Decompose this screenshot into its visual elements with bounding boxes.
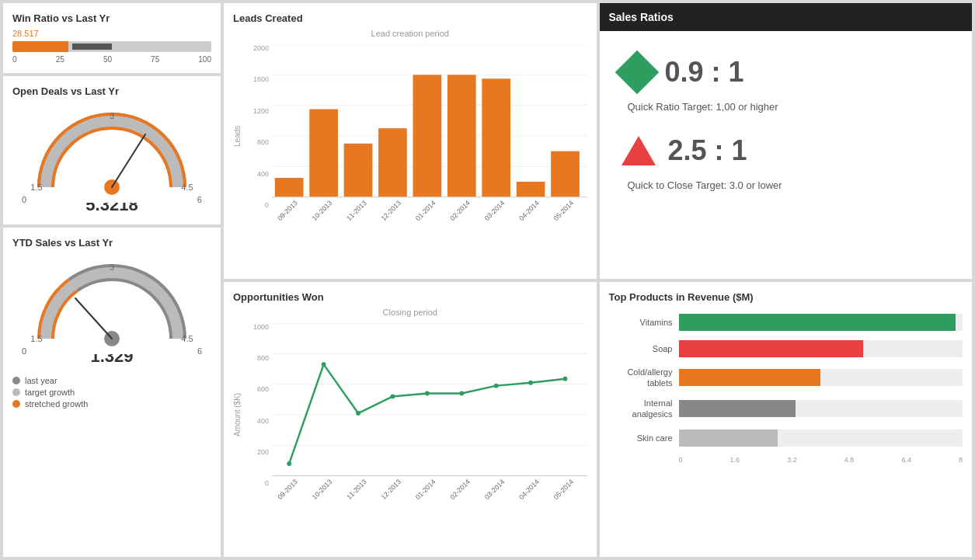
ytd-sales-title: YTD Sales vs Last Yr <box>12 237 211 249</box>
opportunities-won-panel: Opportunities Won Closing period Amount … <box>224 282 597 558</box>
product-bar-soap <box>679 340 963 357</box>
legend-dot-last-year <box>12 377 20 384</box>
svg-text:05-2014: 05-2014 <box>552 478 576 501</box>
product-bar-skincare <box>679 430 963 447</box>
svg-text:05-2014: 05-2014 <box>552 199 576 222</box>
svg-text:04-2014: 04-2014 <box>517 478 541 501</box>
legend-item-last-year: last year <box>12 376 211 385</box>
open-deals-max: 6 <box>197 195 202 215</box>
opps-title: Opportunities Won <box>233 291 587 303</box>
ytd-max: 6 <box>197 346 202 367</box>
quick-ratio-section: 0.9 : 1 <box>622 56 951 89</box>
svg-text:04-2014: 04-2014 <box>517 199 541 222</box>
opps-chart-svg: 09-2013 10-2013 11-2013 12-2013 01-2014 … <box>272 323 587 506</box>
product-label-vitamins: Vitamins <box>609 318 679 327</box>
close-ratio-label: Quick to Close Target: 3.0 or lower <box>628 179 951 191</box>
leads-y-label: Leads <box>233 44 247 228</box>
svg-text:4.5: 4.5 <box>181 334 193 343</box>
win-ratio-title: Win Ratio vs Last Yr <box>12 12 211 24</box>
product-label-analgesics: Internalanalgesics <box>609 398 679 420</box>
svg-text:11-2013: 11-2013 <box>345 478 368 501</box>
win-ratio-panel: Win Ratio vs Last Yr 28.517 0 25 50 75 1… <box>3 3 221 73</box>
svg-point-50 <box>528 380 533 384</box>
product-label-skincare: Skin care <box>609 433 679 443</box>
win-ratio-bar-labels: 0 25 50 75 100 <box>12 55 211 64</box>
svg-text:3: 3 <box>110 111 114 120</box>
quick-ratio-value: 0.9 : 1 <box>665 56 744 89</box>
close-ratio-value: 2.5 : 1 <box>668 134 747 167</box>
svg-rect-23 <box>447 75 476 197</box>
svg-text:02-2014: 02-2014 <box>448 199 472 222</box>
win-ratio-value: 28.517 <box>12 29 211 38</box>
opps-subtitle: Closing period <box>233 308 587 317</box>
legend-label-stretched: stretched growth <box>25 399 88 409</box>
svg-point-51 <box>563 376 568 381</box>
svg-text:10-2013: 10-2013 <box>311 199 334 222</box>
svg-rect-24 <box>482 78 510 197</box>
svg-point-48 <box>459 391 464 395</box>
product-label-soap: Soap <box>609 344 679 353</box>
dashboard: Win Ratio vs Last Yr 28.517 0 25 50 75 1… <box>0 0 975 560</box>
legend-label-last-year: last year <box>25 376 57 385</box>
sales-ratios-panel: Sales Ratios 0.9 : 1 Quick Ratio Target:… <box>600 3 973 279</box>
leads-created-panel: Leads Created Lead creation period Leads… <box>224 3 597 279</box>
win-ratio-bar <box>12 41 211 52</box>
opps-y-label: Amount ($K) <box>233 323 247 506</box>
leads-title: Leads Created <box>233 12 587 24</box>
svg-text:03-2014: 03-2014 <box>483 199 507 222</box>
svg-text:10-2013: 10-2013 <box>311 478 334 501</box>
legend-dot-target <box>12 388 20 396</box>
products-title: Top Products in Revenue ($M) <box>609 291 963 303</box>
svg-rect-19 <box>309 110 338 197</box>
svg-point-44 <box>322 362 326 367</box>
open-deals-gauge: 3 1.5 4.5 <box>30 102 193 203</box>
leads-y-ticks: 2000 1600 1200 800 400 0 <box>247 44 272 228</box>
svg-rect-25 <box>517 182 545 197</box>
left-column: Win Ratio vs Last Yr 28.517 0 25 50 75 1… <box>3 3 221 557</box>
svg-rect-26 <box>551 151 580 197</box>
ytd-min: 0 <box>22 346 26 367</box>
product-row-cold: Cold/allergytablets <box>609 367 963 389</box>
leads-chart-svg: 09-2013 10-2013 11-2013 12-2013 01-2014 … <box>272 44 587 228</box>
svg-text:09-2013: 09-2013 <box>276 478 299 501</box>
svg-text:4.5: 4.5 <box>181 183 193 192</box>
products-x-labels: 0 1.6 3.2 4.8 6.4 8 <box>609 456 963 464</box>
svg-point-45 <box>356 411 360 416</box>
product-row-skincare: Skin care <box>609 430 963 447</box>
legend-label-target: target growth <box>25 388 75 397</box>
open-deals-min: 0 <box>22 195 26 215</box>
svg-rect-21 <box>378 128 407 197</box>
ytd-sales-panel: YTD Sales vs Last Yr 3 <box>3 228 221 557</box>
legend-dot-stretched <box>12 400 20 408</box>
diamond-icon <box>622 57 653 88</box>
quick-ratio-label: Quick Ratio Target: 1,00 or higher <box>628 101 951 113</box>
svg-text:01-2014: 01-2014 <box>414 199 437 222</box>
products-chart: Vitamins Soap Cold/allergytablets <box>609 308 963 470</box>
opps-y-ticks: 1000 800 600 400 200 0 <box>247 323 272 506</box>
svg-point-47 <box>425 391 430 395</box>
svg-text:09-2013: 09-2013 <box>276 199 299 222</box>
svg-point-43 <box>287 461 291 465</box>
triangle-icon <box>622 136 656 165</box>
sales-ratios-title: Sales Ratios <box>600 3 973 31</box>
win-ratio-dark-bar <box>72 43 112 50</box>
open-deals-panel: Open Deals vs Last Yr 3 <box>3 76 221 224</box>
close-ratio-section: 2.5 : 1 <box>622 134 951 167</box>
product-row-soap: Soap <box>609 340 963 357</box>
product-label-cold: Cold/allergytablets <box>609 367 679 389</box>
open-deals-title: Open Deals vs Last Yr <box>12 85 211 97</box>
svg-text:3: 3 <box>110 263 114 272</box>
svg-text:02-2014: 02-2014 <box>448 478 472 501</box>
product-bar-analgesics <box>679 400 963 417</box>
svg-rect-22 <box>413 75 442 197</box>
svg-text:03-2014: 03-2014 <box>483 478 507 501</box>
win-ratio-orange-bar <box>12 41 68 52</box>
svg-point-46 <box>391 394 395 398</box>
svg-text:1.5: 1.5 <box>30 334 42 343</box>
product-bar-cold <box>679 369 963 386</box>
svg-rect-18 <box>275 178 304 197</box>
leads-subtitle: Lead creation period <box>233 29 587 38</box>
product-row-analgesics: Internalanalgesics <box>609 398 963 420</box>
legend-item-target: target growth <box>12 388 211 397</box>
product-row-vitamins: Vitamins <box>609 314 963 331</box>
